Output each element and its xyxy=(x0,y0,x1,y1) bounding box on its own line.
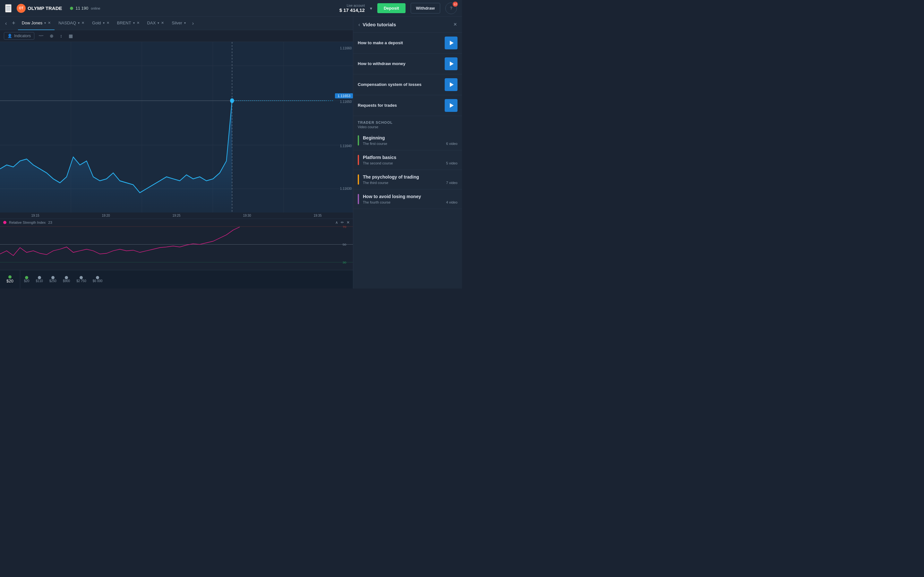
video-item-deposit[interactable]: How to make a deposit xyxy=(353,33,462,53)
tab-nasdaq[interactable]: NASDAQ ▾ ✕ xyxy=(55,17,88,30)
trade-marker-5[interactable]: $2 750 xyxy=(76,276,86,283)
account-dropdown-button[interactable]: ▾ xyxy=(370,6,372,11)
trade-marker-2[interactable]: $110 xyxy=(36,276,43,283)
tab-close-icon[interactable]: ✕ xyxy=(137,21,140,25)
chart-canvas: 1.11660 1.11653 1.11650 1.11640 1.11630 xyxy=(0,42,353,213)
tab-silver[interactable]: Silver ▾ xyxy=(168,17,190,30)
trade-amount-first: $20 xyxy=(0,270,20,288)
indicators-button[interactable]: 👤 Indicators xyxy=(4,32,34,40)
trade-marker-3[interactable]: $250 xyxy=(49,276,57,283)
trade-amount-label-1: $20 xyxy=(24,279,29,283)
play-button-deposit[interactable] xyxy=(445,37,457,49)
chart-area: ‹ + Dow Jones ▾ ✕ NASDAQ ▾ ✕ Gold ▾ ✕ BR… xyxy=(0,17,353,288)
trade-marker-1[interactable]: $20 xyxy=(24,276,29,283)
marker-dot-3 xyxy=(51,276,55,279)
course-item-psychology[interactable]: The psychology of trading The third cour… xyxy=(353,170,462,189)
toolbar-arrow-icon[interactable]: ↕ xyxy=(58,32,64,40)
help-button[interactable]: ? 12 xyxy=(445,3,457,14)
toolbar-line-icon[interactable]: 〰 xyxy=(37,32,45,40)
video-panel: ‹ Video tutorials × How to make a deposi… xyxy=(353,17,462,288)
tab-add-button[interactable]: + xyxy=(9,20,18,27)
tab-label: Dow Jones xyxy=(22,21,42,25)
video-item-title-withdraw: How to withdraw money xyxy=(358,61,441,67)
video-panel-close-button[interactable]: × xyxy=(453,21,457,28)
toolbar-crosshair-icon[interactable]: ⊕ xyxy=(48,32,55,40)
course-meta-losing-money: The fourth course 4 video xyxy=(363,200,457,204)
trade-marker-6[interactable]: $6 000 xyxy=(93,276,103,283)
price-level-1: 1.11660 xyxy=(340,47,352,50)
rsi-minimize-button[interactable]: ∧ xyxy=(335,220,338,225)
toolbar-bar-icon[interactable]: ▦ xyxy=(67,32,75,40)
play-button-requests[interactable] xyxy=(445,99,457,112)
tab-label: BRENT xyxy=(117,21,131,25)
tabs-bar: ‹ + Dow Jones ▾ ✕ NASDAQ ▾ ✕ Gold ▾ ✕ BR… xyxy=(0,17,353,30)
tab-label: NASDAQ xyxy=(58,21,76,25)
rsi-close-button[interactable]: ✕ xyxy=(347,220,350,225)
header: ☰ OT OLYMP TRADE 11 190 online Live acco… xyxy=(0,0,462,17)
time-label-4: 19:30 xyxy=(243,214,251,218)
trade-bar: $20 $20 $110 $250 $900 xyxy=(0,270,353,288)
video-item-requests[interactable]: Requests for trades xyxy=(353,95,462,116)
course-sub-psychology: The third course xyxy=(363,181,388,185)
tab-dropdown-icon[interactable]: ▾ xyxy=(133,21,135,25)
rsi-dot xyxy=(3,221,6,224)
course-sub-beginning: The first course xyxy=(363,142,387,145)
current-price-label: 1.11653 xyxy=(335,93,353,98)
course-title-losing-money: How to avoid losing money xyxy=(363,194,457,199)
course-item-beginning[interactable]: Beginning The first course 6 video xyxy=(353,131,462,150)
tab-forward-button[interactable]: › xyxy=(190,21,196,26)
video-panel-back-button[interactable]: ‹ xyxy=(359,22,360,27)
tab-close-icon[interactable]: ✕ xyxy=(161,21,164,25)
marker-dot-5 xyxy=(79,276,83,279)
course-item-platform[interactable]: Platform basics The second course 5 vide… xyxy=(353,150,462,170)
trader-school-header: TRADER SCHOOL Video course xyxy=(353,116,462,131)
tab-dropdown-icon[interactable]: ▾ xyxy=(78,21,79,25)
withdraw-button[interactable]: Withdraw xyxy=(411,3,440,13)
tab-dropdown-icon[interactable]: ▾ xyxy=(184,21,186,25)
tab-close-icon[interactable]: ✕ xyxy=(107,21,110,25)
hamburger-button[interactable]: ☰ xyxy=(5,4,11,13)
play-button-withdraw[interactable] xyxy=(445,57,457,70)
trade-amount-label-3: $250 xyxy=(49,279,57,283)
rsi-edit-button[interactable]: ✏ xyxy=(341,220,344,225)
tab-brent[interactable]: BRENT ▾ ✕ xyxy=(113,17,144,30)
course-sub-losing-money: The fourth course xyxy=(363,200,391,204)
course-count-psychology: 7 video xyxy=(446,181,457,185)
tab-close-icon[interactable]: ✕ xyxy=(81,21,84,25)
course-indicator-losing-money xyxy=(358,194,359,204)
tab-dow-jones[interactable]: Dow Jones ▾ ✕ xyxy=(18,17,55,30)
course-info-losing-money: How to avoid losing money The fourth cou… xyxy=(363,194,457,204)
video-panel-content: How to make a deposit How to withdraw mo… xyxy=(353,33,462,288)
time-label-1: 19:15 xyxy=(31,214,39,218)
tab-dax[interactable]: DAX ▾ ✕ xyxy=(144,17,168,30)
tab-gold[interactable]: Gold ▾ ✕ xyxy=(88,17,113,30)
logo: OT OLYMP TRADE xyxy=(17,4,62,13)
course-sub-platform: The second course xyxy=(363,161,393,165)
trade-amounts-track[interactable]: $20 $110 $250 $900 $2 750 xyxy=(20,276,353,283)
video-panel-title: Video tutorials xyxy=(363,22,453,27)
tab-close-icon[interactable]: ✕ xyxy=(48,21,51,25)
course-meta-beginning: The first course 6 video xyxy=(363,142,457,145)
rsi-value: 23 xyxy=(48,221,52,224)
trade-marker-4[interactable]: $900 xyxy=(63,276,70,283)
tab-back-button[interactable]: ‹ xyxy=(3,21,9,26)
video-item-compensation[interactable]: Compensation system of losses xyxy=(353,74,462,95)
marker-dot-1 xyxy=(25,276,28,279)
course-title-beginning: Beginning xyxy=(363,135,457,140)
video-item-text-compensation: Compensation system of losses xyxy=(358,82,441,87)
tab-dropdown-icon[interactable]: ▾ xyxy=(158,21,159,25)
course-indicator-platform xyxy=(358,155,359,165)
marker-dot-4 xyxy=(65,276,68,279)
tab-dropdown-icon[interactable]: ▾ xyxy=(103,21,105,25)
course-meta-platform: The second course 5 video xyxy=(363,161,457,165)
balance-amount: 11 190 xyxy=(76,6,89,11)
tab-dropdown-icon[interactable]: ▾ xyxy=(44,21,46,25)
play-button-compensation[interactable] xyxy=(445,78,457,91)
video-panel-header: ‹ Video tutorials × xyxy=(353,17,462,33)
deposit-button[interactable]: Deposit xyxy=(377,3,405,13)
video-item-withdraw[interactable]: How to withdraw money xyxy=(353,53,462,74)
trade-amount-label-2: $110 xyxy=(36,279,43,283)
time-labels: 19:15 19:20 19:25 19:30 19:35 xyxy=(0,213,353,219)
rsi-header: Relative Strength Index 23 ∧ ✏ ✕ xyxy=(0,219,353,226)
course-item-losing-money[interactable]: How to avoid losing money The fourth cou… xyxy=(353,189,462,209)
